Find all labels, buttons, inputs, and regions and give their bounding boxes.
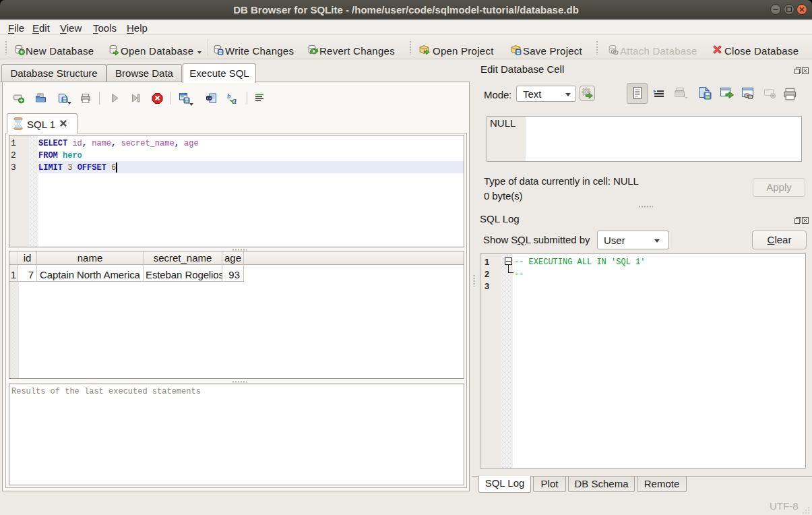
- svg-text:a: a: [232, 96, 237, 104]
- svg-text:b: b: [227, 92, 231, 100]
